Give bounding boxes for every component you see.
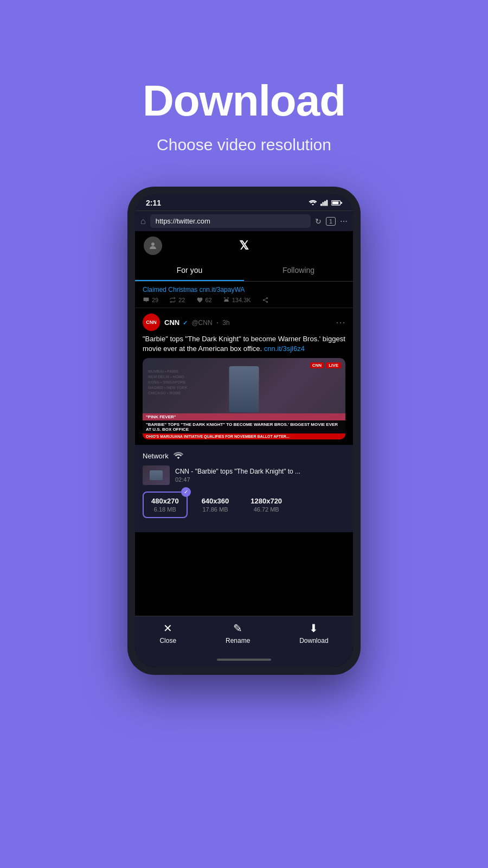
svg-point-8 — [266, 297, 268, 299]
resolution-480[interactable]: 480x270 6.18 MB — [143, 492, 188, 518]
twitter-header: 𝕏 — [135, 231, 353, 260]
res-640-size: 17.86 MB — [202, 506, 228, 513]
battery-icon — [331, 200, 342, 206]
menu-icon[interactable]: ⋯ — [340, 217, 348, 226]
svg-rect-6 — [341, 202, 343, 203]
x-logo: 𝕏 — [169, 239, 319, 253]
res-1280-label: 1280x720 — [251, 497, 282, 505]
home-indicator-bar — [217, 659, 271, 661]
cnn-tweet: CNN CNN ✓ @CNN · 3h ⋯ "Barbie" tops "The… — [135, 308, 353, 445]
svg-rect-0 — [320, 203, 322, 206]
tab-following[interactable]: Following — [244, 260, 353, 281]
cnn-logo: CNN — [143, 314, 160, 331]
download-panel: Network CNN - "Barbie" — [135, 445, 353, 532]
tweet-actions: 29 22 62 134.3K — [143, 297, 345, 303]
svg-rect-5 — [332, 202, 339, 205]
share-action[interactable] — [262, 297, 269, 303]
video-headline: "BARBIE" TOPS "THE DARK KNIGHT" TO BECOM… — [143, 420, 345, 433]
close-button[interactable]: ✕ Close — [159, 622, 176, 644]
tweet-more-icon[interactable]: ⋯ — [336, 316, 345, 328]
pink-fever-label: "PINK FEVER" — [143, 413, 345, 420]
url-bar[interactable]: https://twitter.com — [150, 214, 311, 228]
partial-tweet-text: Claimed Christmas cnn.it/3apayWA — [143, 286, 345, 293]
resolution-640[interactable]: 640x360 17.86 MB — [194, 493, 237, 517]
refresh-icon[interactable]: ↻ — [315, 217, 322, 226]
video-info-row: CNN - "Barbie" tops "The Dark Knight" to… — [143, 465, 345, 485]
download-label: Download — [299, 637, 328, 644]
like-action[interactable]: 62 — [196, 297, 212, 303]
page-subtitle: Choose video resolution — [157, 136, 331, 154]
svg-rect-1 — [323, 202, 324, 206]
phone-mockup: 2:11 — [127, 187, 361, 675]
close-icon: ✕ — [163, 622, 172, 635]
network-wifi-icon — [173, 451, 184, 460]
tweet-time: 3h — [222, 319, 229, 327]
video-lower-third: "PINK FEVER" "BARBIE" TOPS "THE DARK KNI… — [143, 413, 345, 439]
wifi-status-icon — [309, 200, 317, 206]
reply-action[interactable]: 29 — [143, 297, 158, 303]
svg-point-9 — [263, 299, 265, 301]
video-preview[interactable]: MUMBAI • PARISNEW DELHI • HONGKONG • SIN… — [143, 358, 345, 439]
res-480-label: 480x270 — [151, 497, 179, 505]
svg-line-11 — [264, 301, 266, 302]
home-icon[interactable]: ⌂ — [140, 216, 146, 226]
tab-for-you[interactable]: For you — [135, 260, 244, 281]
status-time: 2:11 — [146, 199, 161, 207]
tweet-link[interactable]: cnn.it/3sjl6z4 — [264, 344, 305, 353]
download-button[interactable]: ⬇ Download — [299, 622, 328, 644]
rename-icon: ✎ — [233, 622, 242, 635]
browser-bar: ⌂ https://twitter.com ↻ 1 ⋯ — [135, 210, 353, 231]
network-row: Network — [143, 451, 345, 460]
views-action[interactable]: 134.3K — [223, 297, 251, 303]
author-handle: @CNN — [191, 319, 212, 327]
cnn-watermark: CNN — [310, 362, 324, 368]
reply-count: 29 — [152, 297, 158, 303]
phone-screen: 2:11 — [135, 194, 353, 667]
tweet-author: CNN ✓ @CNN · 3h — [164, 318, 331, 327]
tweet-body: "Barbie" tops "The Dark Knight" to becom… — [143, 334, 345, 354]
video-duration: 02:47 — [175, 476, 345, 483]
user-avatar[interactable] — [144, 237, 162, 255]
page-title: Download — [143, 76, 345, 126]
res-1280-size: 46.72 MB — [254, 506, 279, 513]
tweet-header: CNN CNN ✓ @CNN · 3h ⋯ — [143, 314, 345, 331]
video-thumbnail-small — [143, 465, 170, 485]
status-icons — [309, 200, 342, 206]
network-label: Network — [143, 452, 169, 460]
svg-rect-2 — [324, 201, 326, 206]
close-label: Close — [159, 637, 176, 644]
retweet-count: 22 — [178, 297, 185, 303]
partial-tweet: Claimed Christmas cnn.it/3apayWA 29 22 6… — [135, 282, 353, 308]
views-count: 134.3K — [232, 297, 251, 303]
download-icon: ⬇ — [309, 622, 318, 635]
news-ticker: OHIO'S MARIJUANA INITIATIVE QUALIFIES FO… — [143, 433, 345, 439]
live-badge: LIVE — [326, 362, 341, 368]
retweet-action[interactable]: 22 — [169, 297, 185, 303]
like-count: 62 — [206, 297, 212, 303]
browser-actions: ↻ 1 ⋯ — [315, 217, 348, 226]
res-640-label: 640x360 — [202, 497, 229, 505]
twitter-tabs: For you Following — [135, 260, 353, 282]
resolution-options: 480x270 6.18 MB 640x360 17.86 MB 1280x72… — [143, 492, 345, 518]
svg-point-10 — [266, 301, 268, 303]
twitter-feed: 𝕏 For you Following Claimed Christmas cn… — [135, 231, 353, 616]
signal-icon — [320, 200, 328, 206]
res-480-size: 6.18 MB — [154, 506, 176, 513]
svg-point-7 — [151, 242, 155, 246]
bottom-action-bar: ✕ Close ✎ Rename ⬇ Download — [135, 616, 353, 653]
video-meta: CNN - "Barbie" tops "The Dark Knight" to… — [175, 468, 345, 483]
video-title: CNN - "Barbie" tops "The Dark Knight" to… — [175, 468, 305, 475]
tab-count[interactable]: 1 — [326, 217, 336, 226]
rename-button[interactable]: ✎ Rename — [226, 622, 250, 644]
resolution-1280[interactable]: 1280x720 46.72 MB — [243, 493, 290, 517]
rename-label: Rename — [226, 637, 250, 644]
svg-rect-3 — [326, 200, 328, 206]
author-name: CNN ✓ @CNN · 3h — [164, 318, 331, 327]
status-bar: 2:11 — [135, 194, 353, 210]
svg-line-12 — [264, 298, 266, 299]
home-indicator — [135, 653, 353, 667]
